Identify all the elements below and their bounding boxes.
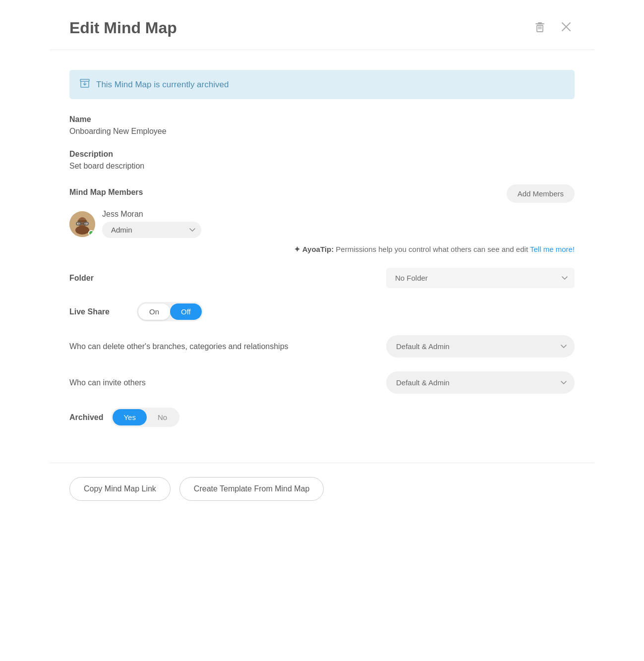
ayoa-tip-brand: ✦ AyoaTip: [294, 245, 334, 253]
folder-label: Folder [69, 274, 94, 283]
member-row: Jess Moran Admin Default Viewer [69, 210, 575, 238]
footer-divider [50, 463, 594, 463]
page-title: Edit Mind Map [69, 19, 177, 37]
delete-button[interactable] [531, 18, 549, 38]
archive-banner-text: This Mind Map is currently archived [96, 80, 229, 90]
create-template-button[interactable]: Create Template From Mind Map [179, 477, 324, 501]
live-share-off-button[interactable]: Off [170, 303, 202, 320]
avatar [69, 211, 95, 237]
live-share-on-button[interactable]: On [138, 303, 170, 320]
live-share-row: Live Share On Off [69, 302, 575, 321]
archived-no-button[interactable]: No [147, 409, 178, 425]
folder-row: Folder No Folder Folder 1 Folder 2 [69, 268, 575, 288]
archived-yes-button[interactable]: Yes [113, 409, 146, 425]
close-button[interactable] [558, 18, 575, 37]
archive-icon [79, 78, 90, 91]
copy-link-button[interactable]: Copy Mind Map Link [69, 477, 171, 501]
archived-row: Archived Yes No [69, 408, 575, 427]
who-can-invite-select[interactable]: Default & Admin Admin only Everyone [386, 371, 575, 394]
footer-buttons: Copy Mind Map Link Create Template From … [50, 477, 594, 521]
ayoa-tip-text: Permissions help you control what others… [336, 245, 530, 253]
name-section: Name Onboarding New Employee [69, 115, 575, 136]
online-indicator [88, 230, 94, 236]
who-can-invite-row: Who can invite others Default & Admin Ad… [69, 371, 575, 394]
live-share-label: Live Share [69, 307, 129, 316]
archived-toggle: Yes No [111, 408, 179, 427]
member-name: Jess Moran [102, 210, 201, 219]
add-members-button[interactable]: Add Members [507, 184, 575, 203]
who-can-invite-label: Who can invite others [69, 377, 146, 389]
description-value: Set board description [69, 162, 575, 171]
archive-banner: This Mind Map is currently archived [69, 70, 575, 99]
name-label: Name [69, 115, 575, 124]
svg-point-4 [75, 226, 89, 235]
description-label: Description [69, 150, 575, 159]
name-value: Onboarding New Employee [69, 127, 575, 136]
ayoa-tip: ✦ AyoaTip: Permissions help you control … [69, 245, 575, 254]
svg-rect-6 [76, 222, 81, 225]
description-section: Description Set board description [69, 150, 575, 171]
folder-select[interactable]: No Folder Folder 1 Folder 2 [386, 268, 575, 288]
archived-label: Archived [69, 413, 103, 422]
who-can-delete-select[interactable]: Default & Admin Admin only Everyone [386, 335, 575, 358]
members-label: Mind Map Members [69, 188, 143, 197]
member-info: Jess Moran Admin Default Viewer [102, 210, 201, 238]
tell-more-link[interactable]: Tell me more! [530, 245, 575, 253]
header-actions [531, 18, 575, 38]
members-section: Mind Map Members Add Members [69, 184, 575, 254]
member-role-select[interactable]: Admin Default Viewer [102, 222, 201, 238]
svg-rect-7 [84, 222, 88, 225]
svg-rect-1 [80, 79, 89, 81]
members-header: Mind Map Members Add Members [69, 184, 575, 203]
live-share-toggle: On Off [137, 302, 203, 321]
who-can-delete-row: Who can delete other's branches, categor… [69, 335, 575, 358]
who-can-delete-label: Who can delete other's branches, categor… [69, 341, 289, 353]
